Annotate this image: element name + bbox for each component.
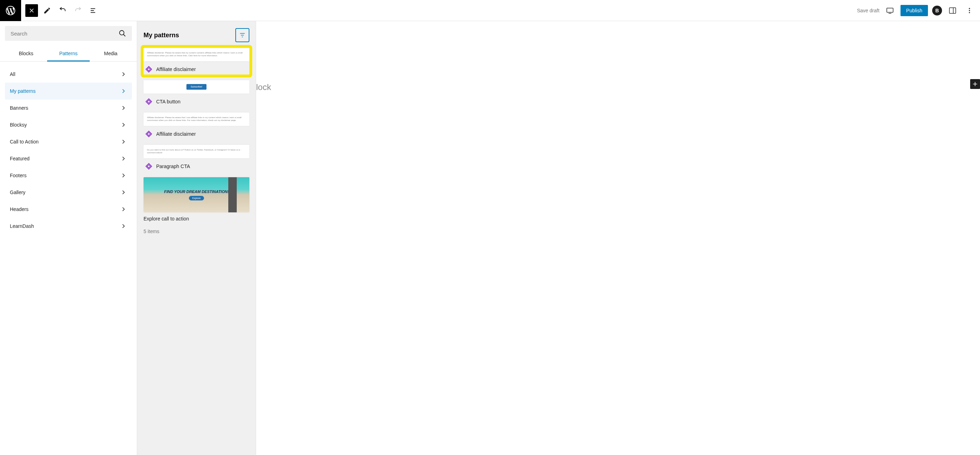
svg-point-4 [969,12,970,13]
undo-icon [59,7,67,14]
redo-button[interactable] [72,4,84,17]
chevron-right-icon [120,88,127,95]
pattern-card-affiliate-disclaimer-1[interactable]: Affiliate disclaimer: Please be aware th… [142,46,251,76]
tab-blocks[interactable]: Blocks [5,46,47,61]
category-my-patterns[interactable]: My patterns [5,83,132,100]
category-headers[interactable]: Headers [5,201,132,218]
pattern-card-cta-button[interactable]: Subscribe! CTA button [143,80,250,107]
pattern-preview: Affiliate disclaimer: Please be aware th… [143,113,250,126]
chevron-right-icon [120,105,127,111]
pattern-card-paragraph-cta[interactable]: Do you want to find out more about us? F… [143,145,250,172]
category-call-to-action[interactable]: Call to Action [5,133,132,150]
chevron-right-icon [120,172,127,179]
svg-point-2 [969,8,970,9]
chevron-right-icon [120,138,127,145]
options-button[interactable] [963,4,976,17]
kebab-icon [966,7,973,14]
patterns-preview-panel: My patterns Affiliate disclaimer: Please… [137,21,256,455]
editor-toolbar: Save draft Publish B [0,0,980,21]
chevron-right-icon [120,223,127,230]
settings-sidebar-button[interactable] [946,4,959,17]
pattern-card-affiliate-disclaimer-2[interactable]: Affiliate disclaimer: Please be aware th… [143,113,250,139]
chevron-right-icon [120,71,127,78]
document-overview-button[interactable] [87,4,100,17]
synced-pattern-icon [145,65,153,73]
pattern-preview: Do you want to find out more about us? F… [143,145,250,158]
pattern-preview: Subscribe! [143,80,250,94]
pattern-name: Affiliate disclaimer [156,131,196,137]
patterns-filter-button[interactable] [235,28,250,42]
block-appender-prompt: lock [256,82,271,92]
editor-layout: Blocks Patterns Media All My patterns Ba… [0,21,980,455]
pattern-card-explore-cta[interactable]: FIND YOUR DREAM DESTINATION! Explore Exp… [143,177,250,223]
redo-icon [74,7,82,14]
filter-icon [239,32,246,39]
patterns-panel-title: My patterns [143,32,179,39]
synced-pattern-icon [145,162,153,170]
pattern-name: Paragraph CTA [156,164,190,169]
editor-canvas[interactable]: lock [256,21,980,455]
inserter-sidebar: Blocks Patterns Media All My patterns Ba… [0,21,137,455]
category-all[interactable]: All [5,66,132,83]
pattern-name: CTA button [156,99,180,105]
svg-rect-0 [887,8,893,12]
bold-icon: B [935,8,939,13]
synced-pattern-icon [145,130,153,138]
tab-media[interactable]: Media [90,46,132,61]
pattern-label-row: Affiliate disclaimer [143,61,250,75]
tab-patterns[interactable]: Patterns [47,46,89,61]
inserter-search[interactable] [5,26,132,41]
list-view-icon [90,7,97,14]
pattern-label-row: Paragraph CTA [143,158,250,172]
pattern-preview: FIND YOUR DREAM DESTINATION! Explore [143,177,250,212]
wordpress-logo[interactable] [0,0,21,21]
pencil-icon [43,7,51,14]
svg-point-3 [969,10,970,11]
chevron-right-icon [120,206,127,213]
sidebar-icon [948,6,957,15]
category-learndash[interactable]: LearnDash [5,218,132,234]
save-draft-button[interactable]: Save draft [857,8,880,13]
pattern-name: Affiliate disclaimer [156,67,196,72]
search-input[interactable] [11,30,119,37]
chevron-right-icon [120,155,127,162]
category-blocksy[interactable]: Blocksy [5,116,132,133]
publish-button[interactable]: Publish [900,5,928,16]
pattern-name: Explore call to action [143,212,250,223]
svg-rect-1 [950,8,956,13]
wordpress-icon [5,5,16,16]
pattern-label-row: Affiliate disclaimer [143,126,250,139]
add-block-button[interactable] [970,79,980,89]
desktop-icon [886,6,894,15]
chevron-right-icon [120,121,127,128]
category-footers[interactable]: Footers [5,167,132,184]
svg-point-5 [119,30,124,35]
chevron-right-icon [120,189,127,196]
tools-button[interactable] [41,4,54,17]
undo-button[interactable] [56,4,69,17]
pattern-count: 5 items [143,229,250,234]
preview-overlay: FIND YOUR DREAM DESTINATION! Explore [143,177,250,212]
toolbar-right-group: Save draft Publish B [857,4,976,17]
preview-button[interactable] [884,4,896,17]
patterns-panel-header: My patterns [143,28,250,42]
category-gallery[interactable]: Gallery [5,184,132,201]
pattern-preview: Affiliate disclaimer: Please be aware th… [143,48,250,61]
category-featured[interactable]: Featured [5,150,132,167]
plus-icon [972,81,978,88]
pattern-categories: All My patterns Banners Blocksy Call to … [0,62,137,455]
pattern-label-row: CTA button [143,94,250,107]
inserter-tabs: Blocks Patterns Media [0,46,137,62]
jetpack-button[interactable]: B [932,6,942,16]
search-icon [119,30,126,37]
category-banners[interactable]: Banners [5,100,132,116]
synced-pattern-icon [145,98,153,105]
toolbar-left-group [4,0,100,21]
close-inserter-button[interactable] [25,4,38,17]
close-icon [28,7,35,14]
